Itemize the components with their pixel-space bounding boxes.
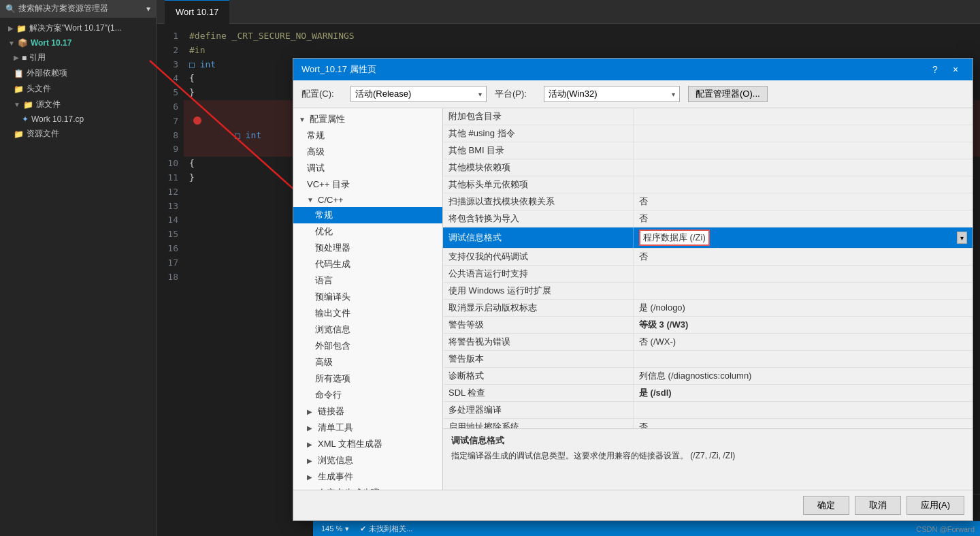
sidebar-item-ref[interactable]: ▶ ■ 引用	[0, 50, 156, 65]
prop-row-nologo[interactable]: 取消显示启动版权标志 是 (/nologo)	[443, 300, 973, 317]
tree-item-general[interactable]: 常规	[293, 127, 442, 144]
properties-table: 附加包含目录 其他 #using 指令 其他 BMI 目录 其他模块依赖项	[443, 108, 973, 428]
prop-row-winrt[interactable]: 使用 Windows 运行时扩展	[443, 283, 973, 300]
prop-value-scan: 否	[634, 193, 973, 210]
tree-item-pch[interactable]: 预编译头	[293, 289, 442, 305]
cancel-button[interactable]: 取消	[855, 496, 901, 515]
prop-row-warning[interactable]: 警告等级 等级 3 (/W3)	[443, 317, 973, 334]
platform-dropdown[interactable]: 活动(Win32) ▾	[544, 86, 680, 102]
cpp-general-label: 常规	[315, 209, 333, 221]
prop-name-clr: 公共语言运行时支持	[443, 266, 634, 282]
sidebar-item-file[interactable]: ✦ Work 10.17.cp	[0, 112, 156, 126]
config-row: 配置(C): 活动(Release) ▾ 平台(P): 活动(Win32) ▾ …	[293, 80, 973, 108]
prop-row-scan[interactable]: 扫描源以查找模块依赖关系 否	[443, 193, 973, 210]
sidebar-search-bar[interactable]: 🔍 搜索解决方案资源管理器 ▾	[0, 0, 156, 18]
dialog-titlebar: Wort_10.17 属性页 ? ×	[293, 59, 973, 80]
tree-item-cpp[interactable]: ▼ C/C++	[293, 193, 442, 207]
platform-dropdown-arrow: ▾	[672, 91, 675, 98]
tree-item-preprocessor[interactable]: 预处理器	[293, 240, 442, 256]
tree-item-codegen[interactable]: 代码生成	[293, 256, 442, 272]
config-manager-button[interactable]: 配置管理器(O)...	[688, 86, 768, 102]
prop-row-just-my-code[interactable]: 支持仅我的代码调试 否	[443, 249, 973, 266]
cpp-label: C/C++	[318, 195, 344, 205]
prop-row-additional-include[interactable]: 附加包含目录	[443, 108, 973, 125]
solution-icon: 📁	[16, 24, 27, 33]
build-text: 未找到相关...	[369, 524, 412, 534]
active-tab[interactable]: Wort 10.17	[165, 0, 229, 24]
prop-row-multiproc[interactable]: 多处理器编译	[443, 402, 973, 419]
prop-row-using[interactable]: 其他 #using 指令	[443, 125, 973, 142]
tree-item-custom-build[interactable]: ▶ 自定义生成步骤	[293, 485, 442, 490]
solution-item[interactable]: ▶ 📁 解决方案"Wort 10.17"(1...	[0, 20, 156, 36]
prop-name-diagnostics: 诊断格式	[443, 368, 634, 384]
prop-name-additional-include: 附加包含目录	[443, 108, 634, 125]
prop-name-bmi: 其他 BMI 目录	[443, 142, 634, 159]
tree-item-manifest[interactable]: ▶ 清单工具	[293, 420, 442, 436]
preprocessor-label: 预处理器	[315, 242, 350, 254]
sidebar-item-header[interactable]: 📁 头文件	[0, 81, 156, 97]
prop-value-warning: 等级 3 (/W3)	[634, 317, 973, 333]
tree-item-external[interactable]: 外部包含	[293, 338, 442, 354]
prop-row-header-dep[interactable]: 其他标头单元依赖项	[443, 176, 973, 193]
prop-name-winrt: 使用 Windows 运行时扩展	[443, 283, 634, 299]
desc-title: 调试信息格式	[451, 435, 964, 447]
prop-row-debug-format[interactable]: 调试信息格式 程序数据库 (/Zi) ▾	[443, 227, 973, 249]
prop-name-nologo: 取消显示启动版权标志	[443, 300, 634, 316]
tree-item-debug[interactable]: 调试	[293, 160, 442, 176]
help-button[interactable]: ?	[926, 63, 944, 76]
close-button[interactable]: ×	[947, 63, 964, 76]
tree-item-output[interactable]: 输出文件	[293, 305, 442, 321]
tree-item-cpp-general[interactable]: 常规	[293, 207, 442, 223]
prop-name-header-dep: 其他标头单元依赖项	[443, 176, 634, 193]
pch-label: 预编译头	[315, 291, 350, 303]
tree-item-xml[interactable]: ▶ XML 文档生成器	[293, 436, 442, 452]
sidebar-item-resource[interactable]: 📁 资源文件	[0, 126, 156, 142]
tree-item-optimization[interactable]: 优化	[293, 223, 442, 240]
apply-button[interactable]: 应用(A)	[906, 496, 964, 515]
config-label: 配置(C):	[301, 88, 342, 100]
prop-row-warning-error[interactable]: 将警告视为错误 否 (/WX-)	[443, 334, 973, 351]
tree-item-browse-info[interactable]: ▶ 浏览信息	[293, 452, 442, 469]
debug-format-dropdown[interactable]: ▾	[957, 232, 967, 244]
output-files-label: 输出文件	[315, 307, 350, 319]
linker-arrow: ▶	[307, 408, 315, 415]
tree-item-vc-dirs[interactable]: VC++ 目录	[293, 176, 442, 193]
tree-item-all-options[interactable]: 所有选项	[293, 371, 442, 387]
source-label: 源文件	[36, 99, 61, 110]
zoom-status[interactable]: 145 % ▾	[321, 524, 349, 533]
warning-value: 等级 3 (/W3)	[639, 319, 688, 331]
prop-row-clr[interactable]: 公共语言运行时支持	[443, 266, 973, 283]
config-dropdown[interactable]: 活动(Release) ▾	[350, 86, 487, 102]
optimization-label: 优化	[315, 225, 333, 238]
tree-item-build-events[interactable]: ▶ 生成事件	[293, 469, 442, 485]
prop-row-import[interactable]: 将包含转换为导入 否	[443, 210, 973, 227]
dialog-title: Wort_10.17 属性页	[301, 63, 376, 76]
prop-row-bmi[interactable]: 其他 BMI 目录	[443, 142, 973, 159]
description-panel: 调试信息格式 指定编译器生成的调试信息类型。这要求使用兼容的链接器设置。 (/Z…	[443, 428, 973, 490]
resource-label: 资源文件	[27, 128, 59, 140]
code-line-3: #in	[184, 44, 980, 58]
cpp-advanced-label: 高级	[315, 356, 333, 368]
tree-item-config-props[interactable]: ▼ 配置属性	[293, 111, 442, 127]
properties-dialog[interactable]: Wort_10.17 属性页 ? × 配置(C): 活动(Release) ▾ …	[293, 58, 973, 521]
manifest-label: 清单工具	[318, 422, 353, 434]
build-events-arrow: ▶	[307, 473, 315, 481]
tree-item-language[interactable]: 语言	[293, 272, 442, 289]
prop-row-asan[interactable]: 启用地址擦除系统 否	[443, 419, 973, 428]
prop-row-diagnostics[interactable]: 诊断格式 列信息 (/diagnostics:column)	[443, 368, 973, 385]
ok-button[interactable]: 确定	[803, 496, 849, 515]
tree-item-linker[interactable]: ▶ 链接器	[293, 403, 442, 420]
tree-item-browse[interactable]: 浏览信息	[293, 321, 442, 338]
tree-item-advanced[interactable]: 高级	[293, 144, 442, 160]
prop-row-sdl[interactable]: SDL 检查 是 (/sdl)	[443, 385, 973, 402]
project-item[interactable]: ▼ 📦 Wort 10.17	[0, 36, 156, 50]
prop-name-scan: 扫描源以查找模块依赖关系	[443, 193, 634, 210]
sidebar-item-source[interactable]: ▼ 📁 源文件	[0, 97, 156, 112]
sidebar-item-dep[interactable]: 📋 外部依赖项	[0, 65, 156, 81]
prop-value-nologo: 是 (/nologo)	[634, 300, 973, 316]
prop-row-warning-ver[interactable]: 警告版本	[443, 351, 973, 368]
tree-item-cmdline[interactable]: 命令行	[293, 387, 442, 403]
prop-row-module-dep[interactable]: 其他模块依赖项	[443, 159, 973, 176]
tree-item-cpp-advanced[interactable]: 高级	[293, 354, 442, 371]
prop-name-warning-error: 将警告视为错误	[443, 334, 634, 350]
